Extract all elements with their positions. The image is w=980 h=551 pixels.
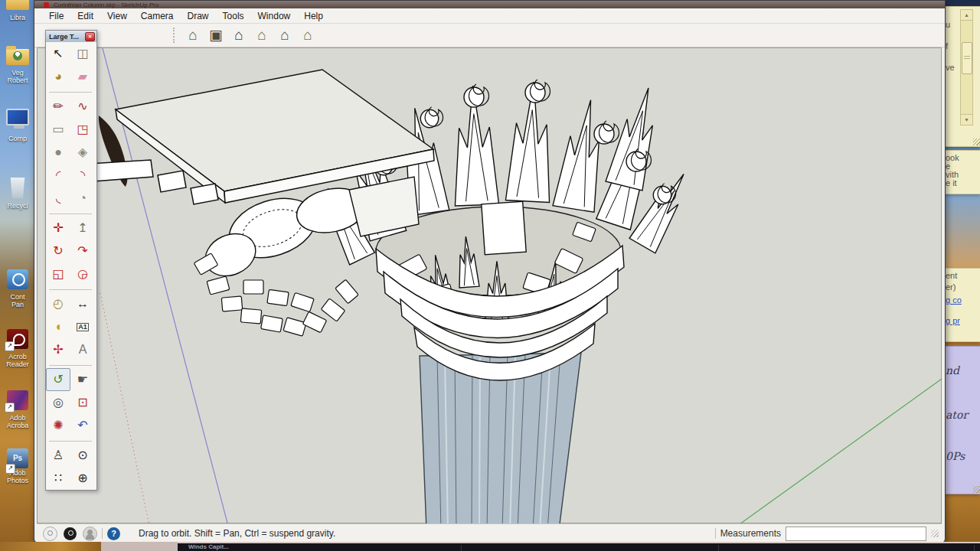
menu-help[interactable]: Help bbox=[297, 10, 330, 22]
model-viewport[interactable] bbox=[37, 47, 942, 523]
axes-icon: ✢ bbox=[53, 344, 63, 356]
orbit-tool[interactable]: ↺ bbox=[46, 368, 70, 391]
left-view-button[interactable]: ⌂ bbox=[273, 25, 296, 45]
right-view-button[interactable]: ⌂ bbox=[296, 25, 319, 45]
measurements-input[interactable] bbox=[786, 527, 926, 541]
menu-tools[interactable]: Tools bbox=[216, 10, 251, 22]
offset-icon: ◶ bbox=[77, 268, 88, 280]
status-bar: ? Drag to orbit. Shift = Pan, Ctrl = sus… bbox=[37, 523, 942, 543]
three-point-arc-tool[interactable]: ◟ bbox=[46, 187, 70, 210]
menu-view[interactable]: View bbox=[100, 10, 134, 22]
position-camera-tool[interactable]: ♙ bbox=[46, 444, 70, 467]
polygon-tool[interactable]: ◈ bbox=[70, 141, 95, 164]
desktop-icon-computer[interactable]: Comp bbox=[1, 109, 34, 142]
menu-edit[interactable]: Edit bbox=[70, 10, 100, 22]
desktop-icon-libraries[interactable]: Libra bbox=[1, 0, 34, 21]
views-toolbar: ⌂ ▣ ⌂ ⌂ ⌂ ⌂ bbox=[34, 24, 945, 47]
front-view-button[interactable]: ⌂ bbox=[227, 25, 250, 45]
large-tool-set-palette: Large T... × ↖ ◫ ◕ ▰ ✏ ∿ ▭ ◳ ● ◈ ◜ ◝ ◟ ◔… bbox=[45, 30, 97, 491]
toolbar-grip[interactable] bbox=[173, 28, 177, 43]
resize-grip[interactable] bbox=[973, 139, 980, 145]
desktop-icon-control-panel[interactable]: Cont Pan bbox=[1, 269, 34, 308]
title-bar[interactable]: Corinthian Column.skp - SketchUp Pro bbox=[34, 1, 945, 8]
zoom-window-tool[interactable]: ⊡ bbox=[70, 391, 95, 414]
offset-tool[interactable]: ◶ bbox=[70, 262, 95, 285]
model-canvas[interactable] bbox=[38, 48, 942, 524]
arc-tool[interactable]: ◜ bbox=[46, 164, 70, 187]
make-component-tool[interactable]: ◫ bbox=[70, 42, 95, 65]
red-axis-dotted bbox=[100, 293, 150, 524]
select-tool[interactable]: ↖ bbox=[46, 42, 70, 65]
desktop-icon-adobe-acrobat[interactable]: ↗ Adob Acroba bbox=[1, 390, 34, 429]
walk-tool[interactable]: ∷ bbox=[46, 467, 70, 490]
resize-grip[interactable] bbox=[973, 486, 980, 493]
dimension-tool[interactable]: ↔ bbox=[70, 292, 95, 315]
note-scrollbar[interactable]: ▲ ▼ bbox=[960, 9, 973, 126]
desktop-icon-user-folder[interactable]: Veg Robert bbox=[1, 49, 34, 84]
two-point-arc-icon: ◝ bbox=[80, 169, 85, 181]
credits-person-icon[interactable] bbox=[83, 527, 97, 541]
section-plane-tool[interactable]: ⊕ bbox=[70, 467, 95, 490]
rotate-tool[interactable]: ↻ bbox=[46, 240, 70, 262]
eraser-tool[interactable]: ▰ bbox=[70, 65, 95, 88]
rotated-rectangle-tool[interactable]: ◳ bbox=[70, 118, 95, 141]
push-pull-tool[interactable]: ↥ bbox=[70, 217, 95, 240]
look-around-tool[interactable]: ⊙ bbox=[70, 444, 95, 467]
rectangle-tool[interactable]: ▭ bbox=[46, 118, 70, 141]
scroll-up-icon[interactable]: ▲ bbox=[961, 10, 972, 21]
paint-bucket-tool[interactable]: ◕ bbox=[46, 65, 70, 88]
menu-draw[interactable]: Draw bbox=[181, 10, 216, 22]
protractor-tool[interactable]: ◖ bbox=[46, 315, 70, 338]
back-view-button[interactable]: ⌂ bbox=[250, 25, 273, 45]
pie-tool[interactable]: ◔ bbox=[70, 187, 95, 210]
line-tool[interactable]: ✏ bbox=[46, 95, 70, 118]
sticky-note-4[interactable]: nd ator 0Ps bbox=[942, 346, 980, 494]
move-tool[interactable]: ✛ bbox=[46, 217, 70, 240]
pan-tool[interactable]: ☛ bbox=[70, 368, 95, 391]
menu-camera[interactable]: Camera bbox=[134, 10, 181, 22]
iso-view-button[interactable]: ⌂ bbox=[181, 25, 204, 45]
shortcut-arrow-icon: ↗ bbox=[5, 464, 15, 474]
follow-me-tool[interactable]: ↷ bbox=[70, 240, 95, 262]
zoom-extents-tool[interactable]: ✺ bbox=[46, 414, 70, 437]
sticky-note-1[interactable]: u f ve ▲ ▼ bbox=[942, 6, 980, 147]
desktop-icon-photoshop[interactable]: Ps↗ Adob Photos bbox=[1, 448, 34, 484]
taskbar-seam bbox=[974, 545, 975, 551]
desktop-icon-recycle-bin[interactable]: Recycl bbox=[1, 178, 34, 210]
status-divider bbox=[715, 528, 716, 539]
claim-location-icon[interactable] bbox=[64, 527, 77, 540]
top-view-button[interactable]: ▣ bbox=[204, 25, 227, 45]
previous-view-tool[interactable]: ↶ bbox=[70, 414, 95, 437]
sticky-note-2[interactable]: ook e vith e it bbox=[942, 150, 980, 194]
folder-icon bbox=[6, 0, 29, 10]
desktop-icon-acrobat-reader[interactable]: ↗ Acrob Reader bbox=[1, 329, 34, 368]
3d-text-tool[interactable]: A bbox=[70, 338, 95, 361]
scale-tool[interactable]: ◱ bbox=[46, 262, 70, 285]
sticky-note-3[interactable]: ent er) g co g pr bbox=[942, 268, 980, 342]
shortcut-arrow-icon: ↗ bbox=[5, 341, 15, 351]
tape-measure-tool[interactable]: ◴ bbox=[46, 292, 70, 315]
protractor-icon: ◖ bbox=[54, 321, 62, 333]
look-around-icon: ⊙ bbox=[77, 449, 87, 461]
computer-icon bbox=[6, 109, 29, 126]
taskbar-window-buttons[interactable] bbox=[178, 542, 980, 551]
menu-file[interactable]: File bbox=[42, 10, 70, 22]
menu-window[interactable]: Window bbox=[251, 10, 298, 22]
note-link[interactable]: g pr bbox=[946, 317, 960, 325]
palette-title-bar[interactable]: Large T... × bbox=[46, 31, 96, 42]
scroll-thumb[interactable] bbox=[962, 42, 972, 74]
scroll-down-icon[interactable]: ▼ bbox=[961, 114, 972, 125]
zoom-tool[interactable]: ◎ bbox=[46, 391, 70, 414]
resize-grip[interactable] bbox=[931, 530, 939, 537]
circle-tool[interactable]: ● bbox=[46, 141, 70, 164]
text-tool[interactable]: A1 bbox=[70, 315, 95, 338]
palette-close-button[interactable]: × bbox=[85, 32, 95, 41]
measurements-label: Measurements bbox=[720, 528, 781, 539]
help-icon[interactable]: ? bbox=[107, 527, 120, 540]
axes-tool[interactable]: ✢ bbox=[46, 338, 70, 361]
geolocation-icon[interactable] bbox=[43, 527, 57, 541]
note-link[interactable]: g co bbox=[946, 296, 962, 305]
recycle-bin-icon bbox=[9, 178, 26, 198]
two-point-arc-tool[interactable]: ◝ bbox=[70, 164, 95, 187]
freehand-tool[interactable]: ∿ bbox=[70, 95, 95, 118]
